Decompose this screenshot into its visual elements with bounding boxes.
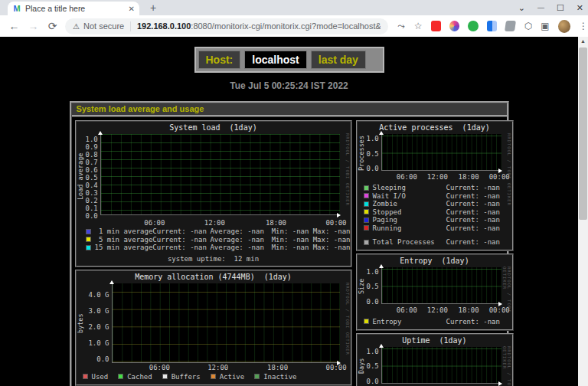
y-axis-arrow-icon <box>109 280 114 284</box>
memory-allocation-graph[interactable]: Memory allocation (4744MB) (1day) RRDTOO… <box>75 270 352 386</box>
host-selector-bar: Host: localhost last day <box>194 47 384 73</box>
y-tick: 0.8 <box>86 151 98 159</box>
legend-swatch <box>211 374 216 379</box>
legend: 1 min average Current: -nan Average: -na… <box>77 227 351 252</box>
legend-swatch <box>162 374 168 379</box>
maximize-icon[interactable]: ☐ <box>557 3 564 13</box>
y-tick: 0.6 <box>86 166 98 174</box>
x-tick: 00:00 <box>489 306 510 314</box>
uptime-graph[interactable]: Uptime (1day) RRDTOOL / TOBI OETIKER Day… <box>356 333 514 386</box>
y-tick: 0.9 <box>86 143 98 151</box>
system-uptime-text: system uptime: 12 min <box>77 255 351 263</box>
window-close-icon[interactable]: ✕ <box>577 3 583 13</box>
legend-item: Active <box>211 372 245 381</box>
y-axis-ticks: 1.00.50.0 <box>367 267 381 306</box>
y-tick: 0.4 <box>86 182 98 189</box>
scrollbar-up-icon[interactable]: ▲ <box>578 37 588 46</box>
reload-icon[interactable]: ⟳ <box>43 20 62 32</box>
y-tick: 3.0 G <box>88 307 109 315</box>
entropy-graph[interactable]: Entropy (1day) RRDTOOL / TOBI OETIKER Si… <box>356 254 514 331</box>
rrdtool-watermark: RRDTOOL / TOBI OETIKER <box>345 133 350 206</box>
legend-swatch <box>86 245 91 250</box>
restore-down-icon[interactable]: ⌄ <box>518 3 525 13</box>
y-tick: 1.0 <box>367 268 379 276</box>
x-tick: 18:00 <box>266 219 286 227</box>
active-processes-graph[interactable]: Active processes (1day) RRDTOOL / TOBI O… <box>356 120 514 251</box>
not-secure-label: Not secure <box>83 21 124 31</box>
legend-row: 15 min average Current: -nan Average: -n… <box>77 244 351 252</box>
extensions-puzzle-icon[interactable]: ⬡ <box>524 21 532 31</box>
x-axis-arrow-icon <box>337 213 341 218</box>
x-tick: 12:00 <box>204 219 225 227</box>
share-icon[interactable]: ⤳ <box>397 21 405 31</box>
profile-avatar[interactable] <box>558 20 570 33</box>
x-tick: 12:00 <box>427 306 448 314</box>
x-tick: 18:00 <box>459 306 479 314</box>
plot-area <box>100 134 340 215</box>
legend-swatch <box>364 185 369 191</box>
y-axis-ticks: 1.00.90.80.70.60.50.40.30.20.10.0 <box>86 134 100 218</box>
y-axis-ticks: 4.0 G3.0 G2.0 G1.0 G0.0 <box>86 283 112 363</box>
new-tab-button[interactable]: + <box>150 2 156 14</box>
reader-extension-icon[interactable] <box>487 21 497 31</box>
y-tick: 0.5 <box>367 362 379 370</box>
plot-area <box>381 267 501 304</box>
notes-extension-icon[interactable] <box>505 21 516 31</box>
bookmark-star-icon[interactable]: ☆ <box>414 21 423 31</box>
camera-extension-icon[interactable] <box>449 21 459 31</box>
y-axis-label: Processes <box>358 134 367 172</box>
legend-swatch <box>254 374 260 379</box>
page-datetime: Tue Jul 5 00:25:24 IST 2022 <box>0 80 578 91</box>
page-content: Host: localhost last day Tue Jul 5 00:25… <box>0 37 588 386</box>
tab-close-icon[interactable]: ✕ <box>129 5 135 13</box>
url-host: 192.168.0.100 <box>137 21 191 31</box>
y-axis-arrow-icon <box>379 264 384 268</box>
chart-title: System load (1day) <box>77 122 351 134</box>
svg-text:M: M <box>13 4 20 13</box>
minimize-icon[interactable]: — <box>537 4 544 11</box>
y-tick: 0.0 <box>367 165 379 172</box>
browser-menu-icon[interactable]: ⋮ <box>579 21 588 31</box>
legend-item: Used <box>83 372 109 381</box>
legend-swatch <box>364 201 369 207</box>
page-scrollbar[interactable]: ▲ <box>578 37 588 386</box>
legend-swatch <box>118 374 123 379</box>
x-tick: 12:00 <box>207 364 228 371</box>
y-axis-label: Size <box>358 267 367 306</box>
legend-swatch <box>364 218 369 223</box>
legend-row: 1 min average Current: -nan Average: -na… <box>77 227 351 236</box>
x-tick: 06:00 <box>149 364 170 371</box>
forward-icon[interactable]: → <box>24 20 43 32</box>
legend-row: Running Current: -nan <box>358 224 512 233</box>
legend-swatch <box>86 237 91 242</box>
divider <box>130 21 131 31</box>
grammarly-extension-icon[interactable] <box>468 21 478 31</box>
y-tick: 0.0 <box>367 378 379 385</box>
x-axis-ticks: 06:0012:0018:0000:00 <box>384 306 501 315</box>
flipboard-extension-icon[interactable] <box>431 21 441 31</box>
url-path: :8080/monitorix-cgi/monitorix.cgi?mode=l… <box>191 21 381 31</box>
scrollbar-thumb[interactable] <box>579 47 587 220</box>
back-icon[interactable]: ← <box>5 20 24 32</box>
y-tick: 0.0 <box>96 355 109 363</box>
y-axis-arrow-icon <box>98 131 103 135</box>
x-axis-ticks: 06:0012:0018:0000:00 <box>384 173 501 182</box>
legend-item: Cached <box>118 372 152 381</box>
address-bar[interactable]: ⚠ Not secure 192.168.0.100:8080/monitori… <box>65 18 388 34</box>
y-tick: 0.3 <box>86 189 98 197</box>
legend-row: Zombie Current: -nan <box>358 200 512 208</box>
legend-row: Paging Current: -nan <box>358 216 512 224</box>
x-tick: 12:00 <box>427 173 448 181</box>
browser-tab[interactable]: M Place a title here ✕ <box>8 2 139 15</box>
chart-title: Memory allocation (4744MB) (1day) <box>77 271 351 283</box>
y-tick: 0.7 <box>86 159 98 166</box>
y-tick: 0.2 <box>86 197 98 204</box>
y-tick: 0.5 <box>86 174 98 182</box>
legend-swatch <box>364 193 369 198</box>
period-label: last day <box>311 51 366 69</box>
y-axis-label: bytes <box>77 283 86 363</box>
side-panel-icon[interactable]: ▣ <box>541 21 549 31</box>
system-load-graph[interactable]: System load (1day) RRDTOOL / TOBI OETIKE… <box>75 120 352 267</box>
url-text: 192.168.0.100:8080/monitorix-cgi/monitor… <box>137 21 381 31</box>
y-axis-arrow-icon <box>379 131 384 135</box>
